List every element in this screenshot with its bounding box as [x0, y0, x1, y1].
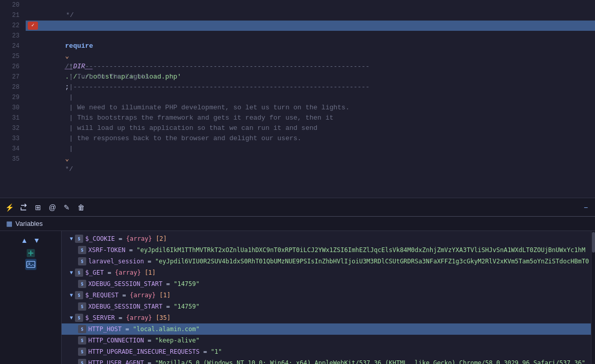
var-type-icon-http-ua: $ — [78, 359, 86, 364]
var-type-icon-server: $ — [75, 314, 83, 322]
var-http-upgrade[interactable]: $ HTTP_UPGRADE_INSECURE_REQUESTS = "1" — [62, 346, 591, 357]
toolbar-delete-button[interactable]: 🗑 — [76, 202, 86, 213]
code-content: */ ✓ require __DIR__ .'/../bootstrap/aut… — [26, 0, 595, 198]
var-type-icon-xsrf: $ — [78, 246, 86, 254]
code-line-30: | This bootstraps the framework and gets… — [26, 103, 595, 113]
code-line-34: ⌄ */ — [26, 144, 595, 154]
svg-rect-1 — [27, 261, 35, 267]
var-type-icon-http-host: $ — [78, 325, 86, 333]
toolbar-grid-button[interactable]: ⊞ — [33, 202, 43, 213]
code-line-29: | We need to illuminate PHP development,… — [26, 92, 595, 103]
debug-nav-buttons: ▲ ▼ — [17, 233, 44, 247]
var-type-icon-session: $ — [78, 257, 86, 265]
var-xdebug-get[interactable]: $ XDEBUG_SESSION_START = "14759" — [62, 278, 591, 290]
var-type-icon-xdebug-req: $ — [78, 302, 86, 311]
code-line-28: | — [26, 82, 595, 92]
code-line-27: |---------------------------------------… — [26, 72, 595, 82]
var-type-icon-http-conn: $ — [78, 336, 86, 344]
var-xsrf-token[interactable]: $ XSRF-TOKEN = "eyJpdil6IkM1TThMVTRkT2xO… — [62, 244, 591, 256]
var-laravel-session[interactable]: $ laravel_session = "eyJpdil6VIU0R2SUV4b… — [62, 256, 591, 267]
var-type-icon-xdebug-get: $ — [78, 280, 86, 288]
toolbar-at-button[interactable]: @ — [47, 202, 57, 213]
var-cookie[interactable]: ▼ $ $_COOKIE = {array} [2] — [62, 233, 591, 244]
scrollbar-thumb — [592, 232, 595, 253]
toolbar-collapse-button[interactable]: − — [581, 202, 591, 213]
debug-action-add[interactable] — [25, 247, 36, 259]
var-type-icon: $ — [75, 235, 83, 243]
breakpoint-icon[interactable]: ✓ — [28, 22, 38, 30]
debug-panel: ▦ Variables ▲ ▼ — [0, 216, 595, 364]
editor-area: 20 21 22 23 24 25 26 27 28 29 30 31 32 3… — [0, 0, 595, 198]
expand-arrow-cookie: ▼ — [70, 233, 73, 244]
var-request[interactable]: ▼ $ $_REQUEST = {array} [1] — [62, 290, 591, 301]
code-line-23 — [26, 31, 595, 41]
var-server[interactable]: ▼ $ $_SERVER = {array} [35] — [62, 312, 591, 323]
var-http-host[interactable]: $ HTTP_HOST = "local.alamin.com" — [62, 323, 591, 335]
var-http-user-agent[interactable]: $ HTTP_USER_AGENT = "Mozilla/5.0 (Window… — [62, 357, 591, 364]
scrollbar-right[interactable] — [591, 231, 595, 364]
line-numbers: 20 21 22 23 24 25 26 27 28 29 30 31 32 3… — [0, 0, 26, 198]
debug-action-image[interactable] — [25, 259, 36, 270]
var-type-icon-http-upg: $ — [78, 348, 86, 356]
debug-down-button[interactable]: ▼ — [32, 235, 42, 245]
code-line-22: ✓ require __DIR__ .'/../bootstrap/autolo… — [26, 21, 595, 31]
code-line-31: | will load up this application so that … — [26, 113, 595, 123]
var-type-icon-request: $ — [75, 291, 83, 299]
debug-left-panel: ▲ ▼ — [0, 231, 62, 364]
expand-arrow-get: ▼ — [70, 267, 73, 278]
toolbar-edit-button[interactable]: ✎ — [62, 202, 72, 213]
code-line-25: |---------------------------------------… — [26, 51, 595, 62]
var-http-connection[interactable]: $ HTTP_CONNECTION = "keep-alive" — [62, 335, 591, 346]
code-line-20: */ — [26, 0, 595, 10]
toolbar: ⚡ ⊞ @ ✎ 🗑 − — [0, 198, 595, 216]
code-line-35 — [26, 154, 595, 164]
expand-arrow-request: ▼ — [70, 290, 73, 301]
var-type-icon-get: $ — [75, 269, 83, 277]
debug-up-button[interactable]: ▲ — [20, 235, 30, 245]
toolbar-step-over-button[interactable] — [18, 202, 29, 213]
debug-content: ▲ ▼ ▼ $ — [0, 231, 595, 364]
debug-panel-title: Variables — [15, 220, 43, 227]
variables-tree: ▼ $ $_COOKIE = {array} [2] $ XSRF-TOKEN … — [62, 231, 591, 364]
code-line-21 — [26, 10, 595, 21]
code-line-33: | — [26, 133, 595, 144]
debug-panel-header: ▦ Variables — [0, 217, 595, 231]
code-line-24: ⌄ /* — [26, 41, 595, 51]
toolbar-run-button[interactable]: ⚡ — [4, 202, 14, 213]
code-line-26: | Turn On The Lights — [26, 62, 595, 72]
var-xdebug-request[interactable]: $ XDEBUG_SESSION_START = "14759" — [62, 301, 591, 312]
code-line-32: | the responses back to the browser and … — [26, 123, 595, 133]
var-get[interactable]: ▼ $ $_GET = {array} [1] — [62, 267, 591, 278]
expand-arrow-server: ▼ — [70, 312, 73, 323]
